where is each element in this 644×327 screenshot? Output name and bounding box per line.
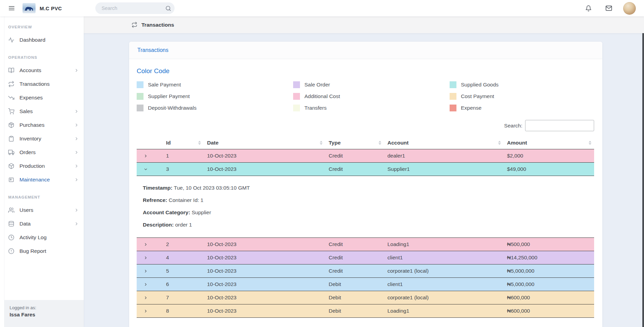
detail-line: Timestamp: Tue, 10 Oct 2023 03:05:10 GMT <box>143 185 594 191</box>
cell-amount: ₦5,000,000 <box>504 264 594 278</box>
color-code-heading: Color Code <box>137 67 594 75</box>
sidebar-item-inventory[interactable]: Inventory <box>0 132 84 146</box>
search-icon[interactable] <box>165 5 171 11</box>
cell-account: Loading1 <box>384 238 504 251</box>
sidebar-item-users[interactable]: Users <box>0 203 84 217</box>
sidebar-item-purchases[interactable]: Purchases <box>0 118 84 132</box>
sidebar: OVERVIEWDashboardOPERATIONSAccountsTrans… <box>0 16 84 327</box>
sidebar-item-bug-report[interactable]: Bug Report <box>0 244 84 258</box>
legend-item: Transfers <box>293 104 450 112</box>
sidebar-item-maintenance[interactable]: Maintenance <box>0 173 84 187</box>
sidebar-item-dashboard[interactable]: Dashboard <box>0 33 84 47</box>
expand-toggle[interactable] <box>137 278 163 291</box>
cell-date: 10-Oct-2023 <box>204 251 325 264</box>
cell-amount: ₦600,000 <box>504 291 594 304</box>
expand-toggle[interactable] <box>137 251 163 264</box>
sidebar-item-label: Purchases <box>19 122 74 128</box>
notifications-button[interactable] <box>582 2 594 14</box>
global-search-input[interactable] <box>101 5 165 11</box>
repeat-icon <box>8 81 14 87</box>
sidebar-item-label: Orders <box>19 149 74 155</box>
transactions-icon <box>132 22 137 28</box>
hamburger-menu-button[interactable] <box>5 1 18 15</box>
trending-down-icon <box>8 95 14 101</box>
expand-toggle[interactable] <box>137 291 163 304</box>
sidebar-item-label: Production <box>19 163 74 169</box>
sidebar-item-transactions[interactable]: Transactions <box>0 77 84 91</box>
cell-id: 8 <box>163 304 204 318</box>
column-header-date[interactable]: Date <box>204 137 325 149</box>
truck-icon <box>8 149 14 155</box>
chevron-right-icon <box>143 242 159 247</box>
user-avatar[interactable] <box>623 2 636 15</box>
chevron-right-icon <box>74 68 79 73</box>
app: M.C PVC OVERVIEWDashboardOPERATIONSAccou… <box>0 0 644 327</box>
chevron-right-icon <box>143 256 159 260</box>
cell-account: Supplier1 <box>384 163 504 176</box>
legend-label: Additional Cost <box>304 93 340 99</box>
bell-icon <box>585 5 592 12</box>
messages-button[interactable] <box>603 2 615 14</box>
logged-in-label: Logged in as: <box>10 305 84 310</box>
expand-toggle[interactable] <box>137 304 163 318</box>
vertical-scrollbar[interactable] <box>642 33 644 327</box>
table-search-input[interactable] <box>525 120 594 131</box>
sidebar-item-label: Transactions <box>19 81 79 87</box>
legend-label: Supplier Payment <box>148 93 190 99</box>
sidebar-item-sales[interactable]: Sales <box>0 105 84 118</box>
transaction-row[interactable]: 310-Oct-2023CreditSupplier1$49,000 <box>137 163 594 176</box>
clipboard-icon <box>8 136 14 142</box>
chevron-right-icon <box>143 296 159 300</box>
sort-icon <box>198 141 201 145</box>
sidebar-item-label: Expenses <box>19 95 79 101</box>
table-header-row: Id Date Type Account Amount <box>137 137 594 149</box>
legend-swatch <box>293 81 300 88</box>
column-header-type[interactable]: Type <box>325 137 384 149</box>
transaction-row[interactable]: 110-Oct-2023Creditdealer1$2,000 <box>137 149 594 163</box>
cell-amount: ₦5,000,000 <box>504 278 594 291</box>
cell-type: Credit <box>325 149 384 163</box>
sidebar-item-data[interactable]: Data <box>0 217 84 231</box>
app-logo[interactable] <box>23 3 36 13</box>
expand-toggle[interactable] <box>137 163 163 176</box>
cell-date: 10-Oct-2023 <box>204 238 325 251</box>
cell-date: 10-Oct-2023 <box>204 278 325 291</box>
database-icon <box>8 221 14 227</box>
expand-toggle[interactable] <box>137 149 163 163</box>
chevron-right-icon <box>74 109 79 114</box>
cell-id: 1 <box>163 149 204 163</box>
cell-date: 10-Oct-2023 <box>204 163 325 176</box>
column-header-account[interactable]: Account <box>384 137 504 149</box>
expand-toggle[interactable] <box>137 264 163 278</box>
sidebar-nav: OVERVIEWDashboardOPERATIONSAccountsTrans… <box>0 16 84 258</box>
expand-toggle[interactable] <box>137 238 163 251</box>
legend-label: Sale Order <box>304 82 330 88</box>
sidebar-item-production[interactable]: Production <box>0 159 84 173</box>
cell-date: 10-Oct-2023 <box>204 304 325 318</box>
column-header-amount[interactable]: Amount <box>504 137 594 149</box>
sidebar-item-label: Inventory <box>19 136 74 142</box>
sidebar-item-label: Bug Report <box>19 248 79 254</box>
sidebar-item-accounts[interactable]: Accounts <box>0 64 84 77</box>
transaction-row[interactable]: 610-Oct-2023Debitclient1₦5,000,000 <box>137 278 594 291</box>
legend-item: Sale Payment <box>137 80 293 89</box>
transaction-row[interactable]: 810-Oct-2023DebitLoading1₦600,000 <box>137 304 594 318</box>
chevron-right-icon <box>143 154 159 158</box>
sidebar-item-activity-log[interactable]: Activity Log <box>0 231 84 244</box>
transaction-row[interactable]: 710-Oct-2023Debitcorporate1 (local)₦600,… <box>137 291 594 304</box>
legend-swatch <box>137 81 143 88</box>
chevron-right-icon <box>74 208 79 213</box>
transaction-row[interactable]: 410-Oct-2023Creditclient1₦14,250,000 <box>137 251 594 264</box>
card-title: Transactions <box>137 47 594 53</box>
column-header-id[interactable]: Id <box>163 137 204 149</box>
sidebar-item-expenses[interactable]: Expenses <box>0 91 84 105</box>
transaction-row[interactable]: 210-Oct-2023CreditLoading1₦500,000 <box>137 238 594 251</box>
sidebar-item-label: Data <box>19 221 74 227</box>
sidebar-item-orders[interactable]: Orders <box>0 146 84 159</box>
sort-icon <box>320 141 323 145</box>
card-body: Color Code Sale PaymentSale OrderSupplie… <box>129 59 602 327</box>
cell-amount: $49,000 <box>504 163 594 176</box>
sidebar-item-label: Activity Log <box>19 234 79 241</box>
transaction-row[interactable]: 510-Oct-2023Creditcorporate1 (local)₦5,0… <box>137 264 594 278</box>
cell-type: Credit <box>325 251 384 264</box>
